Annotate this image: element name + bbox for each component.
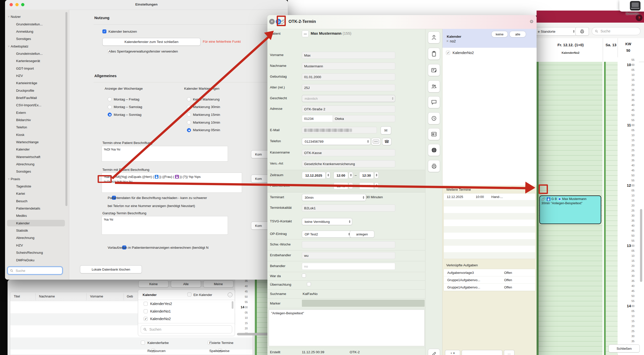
alter-field[interactable]: 25J <box>302 84 395 91</box>
dialog-close-button[interactable]: × <box>269 19 275 24</box>
kalender-checkbox[interactable] <box>144 302 148 306</box>
weekday-radio-option[interactable]: Montag – Samstag <box>108 103 142 111</box>
sidebar-item[interactable]: ▿ Patientendetails <box>5 205 69 212</box>
sidebar-item[interactable]: ▿ Nutzer <box>5 13 69 20</box>
edit-pencil-button[interactable] <box>428 349 440 355</box>
ort-field[interactable]: Oteka <box>333 115 395 122</box>
kalender-list-scrollbar[interactable] <box>232 301 233 309</box>
from-stepper[interactable] <box>349 172 353 178</box>
sidebar-item[interactable]: ▿ Sonstiges <box>5 168 69 175</box>
contact-card-button[interactable] <box>428 128 440 140</box>
versart-field[interactable]: Gesetzliche Krankenversicherung <box>302 160 395 167</box>
op-dropdown[interactable]: OP Test2 <box>302 231 352 238</box>
call-button[interactable]: ☎ <box>382 138 391 145</box>
lokalitaet-field[interactable]: B2Lok1 <box>302 205 395 212</box>
sidebar-item[interactable]: ▿ Tagesliste <box>5 183 69 190</box>
calendar-search-input[interactable] <box>600 29 637 33</box>
radio-icon[interactable] <box>187 120 191 124</box>
weitere-termine-list[interactable]: 12.12.2025 10:00 Hand-... <box>444 193 536 259</box>
meine-button[interactable]: Meine <box>203 280 233 287</box>
sidebar-item[interactable]: ▿ Druckprofile <box>5 87 69 94</box>
sidebar-search-input[interactable] <box>15 269 60 273</box>
aufgabe-row[interactable]: Aufgabenvorlage3 Offen <box>444 269 535 276</box>
col-header-vorname[interactable]: Vorname <box>90 294 103 298</box>
sidebar-item[interactable]: ▿ Karteieinträge <box>5 79 69 87</box>
weekday-radio-option[interactable]: Montag – Freitag <box>108 95 142 103</box>
sidebar-item[interactable]: ▿ Statistik <box>5 227 69 234</box>
filter-tag[interactable]: × no2 <box>446 39 456 43</box>
to-stepper[interactable] <box>374 172 379 178</box>
keine-button[interactable]: Keine <box>138 280 169 287</box>
behandler-field[interactable]: no <box>302 263 395 270</box>
warda-checkbox[interactable] <box>302 274 306 278</box>
email-field-redacted[interactable] <box>302 127 377 133</box>
terminart-dropdown[interactable]: 30min <box>302 194 366 201</box>
sidebar-item[interactable]: ▿ Warteschlange <box>5 138 69 146</box>
sidebar-item[interactable]: ▿ Grundeinstellun... <box>5 20 69 28</box>
radio-icon[interactable] <box>187 128 191 132</box>
standorte-dropdown[interactable]: e Standorte <box>533 27 576 36</box>
sidebar-item[interactable]: ▿ HZV <box>5 72 69 79</box>
tsvg-dropdown[interactable]: keine Vermittlung <box>302 218 352 225</box>
sidebar-item[interactable]: ▿ Anmeldung <box>5 28 69 35</box>
sidebar-scrollbar[interactable] <box>65 12 67 206</box>
calendar-vscrollbar[interactable] <box>640 209 642 282</box>
sidebar-item[interactable]: ▿ Arbeitsplatz <box>5 42 69 50</box>
print-button[interactable] <box>575 27 589 36</box>
email-send-button[interactable]: ✉ <box>381 126 391 134</box>
radio-icon[interactable] <box>108 97 112 101</box>
delete-db-button[interactable]: Lokale Datenbank löschen <box>80 265 142 273</box>
sidebar-item[interactable]: ▿ DMP/eDoku <box>5 256 69 264</box>
sidebar-item[interactable]: ▿ Praxis <box>5 175 69 183</box>
kalender-checkbox[interactable] <box>144 309 148 313</box>
footer-more-button[interactable]: … <box>504 350 514 355</box>
col-header-nachname[interactable]: Nachname <box>39 294 55 298</box>
vorname-field[interactable]: Max <box>302 52 395 59</box>
sidebar-item[interactable]: ▿ Kalender <box>5 146 69 153</box>
mini-hscrollbar[interactable] <box>237 333 272 335</box>
footer-field[interactable] <box>462 350 502 355</box>
history-button[interactable] <box>428 112 440 124</box>
kalenderfenster-test-button[interactable]: Kalenderfenster zum Test schließen <box>102 38 200 46</box>
sms-button[interactable]: SMS <box>371 138 381 145</box>
nachname-field[interactable]: Mustermann <box>302 63 395 70</box>
weitere-termine-row[interactable]: 12.12.2025 10:00 Hand-... <box>444 193 535 200</box>
date-stepper[interactable] <box>326 172 330 178</box>
sidebar-item[interactable]: ▿ Kalender <box>5 220 69 227</box>
patient-name[interactable]: Max Mustermann (155) <box>311 31 351 35</box>
anliegen-textarea[interactable]: "Anliegen-Beispieltext" <box>269 310 425 346</box>
zeitraum-from[interactable]: 12:00 <box>334 172 348 179</box>
kalender-list-item[interactable]: KalenderNo2 <box>138 315 231 323</box>
sidebar-item[interactable]: ▿ CSV-Import/Ex... <box>5 102 69 109</box>
zeitraum-date[interactable]: 12.12.2025 <box>302 172 326 179</box>
kalender-search[interactable] <box>141 325 232 333</box>
sidebar-item[interactable]: ▿ Bildarchiv <box>5 116 69 124</box>
kalender-checkbox[interactable] <box>446 51 450 55</box>
sat-column[interactable] <box>606 62 618 355</box>
geschlecht-dropdown[interactable]: männlich <box>302 95 395 102</box>
marker-field[interactable] <box>302 300 425 307</box>
aufgabe-row[interactable]: Gruppe1Aufgabenvo... Offen <box>444 276 535 284</box>
adresse-field[interactable]: OTK-Straße 2 <box>302 106 395 113</box>
sidebar-item[interactable]: ▿ Brief/Fax/Mail <box>5 94 69 102</box>
zeitraum-to[interactable]: 12:30 <box>359 172 374 179</box>
ganztag-textarea[interactable]: %a %i <box>102 216 228 235</box>
plz-field[interactable]: 01234 <box>302 115 334 122</box>
comment-button[interactable] <box>428 96 440 108</box>
sidebar-item[interactable]: ▿ Warenwirtschaft <box>5 153 69 161</box>
sidebar-item[interactable]: ▿ Schein/Rechnung <box>5 249 69 256</box>
sidebar-search[interactable] <box>8 267 62 274</box>
radio-icon[interactable] <box>108 113 112 117</box>
telefon-dropdown[interactable]: 0123456789 <box>302 138 371 145</box>
kalender-list-item[interactable]: KalenderNo1 <box>138 308 231 315</box>
sidebar-item[interactable]: ▿ Besuch <box>5 197 69 205</box>
sidebar-item[interactable]: ▿ Abrechnung <box>5 234 69 241</box>
sidebar-item[interactable]: ▿ Extern <box>5 109 69 116</box>
schwwoche-field[interactable] <box>302 241 395 248</box>
gear-icon[interactable]: ⚙ <box>530 19 534 24</box>
sidebar-item[interactable]: ▿ Kiosk <box>5 131 69 138</box>
termin-ohne-textarea[interactable]: %Ol %a %i <box>102 146 228 162</box>
col-header-titel[interactable]: Titel <box>14 294 20 298</box>
sidebar-item[interactable]: ▿ Kartei <box>5 190 69 197</box>
sidebar-item[interactable]: ▿ HZV <box>5 242 69 249</box>
